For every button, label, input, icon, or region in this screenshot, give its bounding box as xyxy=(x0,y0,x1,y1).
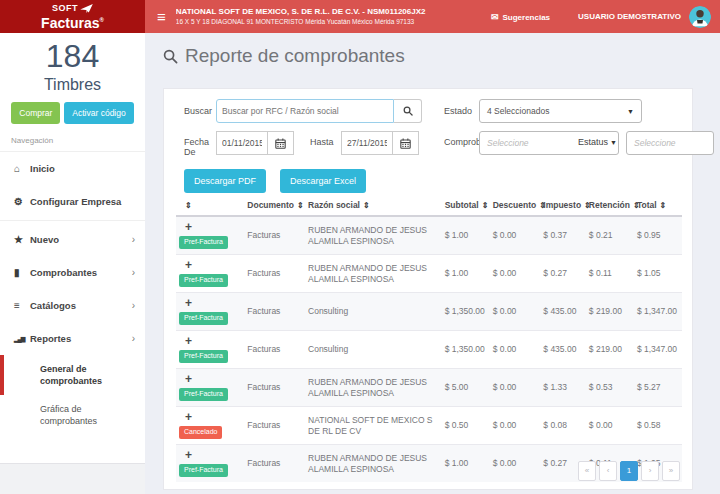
status-cell: +Pref-Factura xyxy=(176,293,244,331)
status-badge: Pref-Factura xyxy=(179,312,228,325)
suggestions-link[interactable]: ✉Sugerencias xyxy=(491,12,550,22)
chevron-right-icon: › xyxy=(132,333,135,344)
search-input[interactable] xyxy=(216,99,394,123)
calendar-icon xyxy=(400,138,411,149)
impuesto-cell: $ 0.37 xyxy=(540,216,586,255)
documento-cell: Facturas xyxy=(244,445,305,483)
razon-social-cell: RUBEN ARMANDO DE JESUS ALAMILLA ESPINOSA xyxy=(305,445,442,483)
sidebar-subitem-grafica-de-comprobantes[interactable]: Gráfica de comprobantes xyxy=(0,395,145,435)
expand-row-icon[interactable]: + xyxy=(185,260,192,271)
document-icon: ▮ xyxy=(14,267,30,278)
column-header-documento[interactable]: Documento⇕ xyxy=(244,197,305,216)
expand-row-icon[interactable]: + xyxy=(185,336,192,347)
expand-row-icon[interactable]: + xyxy=(185,450,192,461)
menu-toggle-icon[interactable]: ≡ xyxy=(157,10,166,24)
sidebar-item-comprobantes[interactable]: ▮Comprobantes› xyxy=(0,256,145,289)
table-row: +Pref-FacturaFacturasRUBEN ARMANDO DE JE… xyxy=(176,369,682,407)
expand-row-icon[interactable]: + xyxy=(185,298,192,309)
sidebar: 184 Timbres Comprar Activar código Naveg… xyxy=(0,33,145,463)
page-first[interactable]: « xyxy=(578,461,596,481)
column-header-razon-social[interactable]: Razón social⇕ xyxy=(305,197,442,216)
sidebar-item-label: Comprobantes xyxy=(30,267,97,278)
table-row: +Pref-FacturaFacturasConsulting$ 1,350.0… xyxy=(176,293,682,331)
buy-button[interactable]: Comprar xyxy=(11,102,60,124)
sidebar-subitem-general-de-comprobantes[interactable]: General de comprobantes xyxy=(0,355,145,395)
expand-row-icon[interactable]: + xyxy=(185,222,192,233)
status-cell: +Pref-Factura xyxy=(176,331,244,369)
retencion-cell: $ 0.21 xyxy=(586,216,634,255)
credits-label: Timbres xyxy=(0,75,145,95)
sidebar-item-inicio[interactable]: ⌂Inicio xyxy=(0,152,145,185)
documento-cell: Facturas xyxy=(244,255,305,293)
estatus-label: Estatus▼ xyxy=(578,137,617,147)
avatar[interactable] xyxy=(689,6,711,28)
sidebar-item-label: Nuevo xyxy=(30,234,59,245)
page-prev[interactable]: ‹ xyxy=(599,461,617,481)
column-header-descuento[interactable]: Descuento⇕ xyxy=(490,197,541,216)
envelope-icon: ✉ xyxy=(491,12,499,22)
calendar-button-to[interactable] xyxy=(393,131,419,155)
total-cell: $ 1,347.00 xyxy=(634,331,682,369)
search-button[interactable] xyxy=(394,99,422,123)
table-row: +CanceladoFacturasNATIONAL SOFT DE MEXIC… xyxy=(176,407,682,445)
razon-social-cell: NATIONAL SOFT DE MEXICO S DE RL DE CV xyxy=(305,407,442,445)
column-header-impuesto[interactable]: Impuesto⇕ xyxy=(540,197,586,216)
status-cell: +Pref-Factura xyxy=(176,216,244,255)
bar-chart-icon: ▂▄▆ xyxy=(14,335,30,342)
sidebar-item-label: Configurar Empresa xyxy=(30,196,121,207)
descuento-cell: $ 0.00 xyxy=(490,216,541,255)
sidebar-item-label: Reportes xyxy=(30,333,71,344)
descuento-cell: $ 0.00 xyxy=(490,407,541,445)
user-menu[interactable]: USUARIO DEMOSTRATIVO xyxy=(578,12,681,21)
estado-label: Estado xyxy=(444,106,472,116)
razon-social-cell: Consulting xyxy=(305,331,442,369)
column-header-subtotal[interactable]: Subtotal⇕ xyxy=(442,197,490,216)
subtotal-cell: $ 1,350.00 xyxy=(442,331,490,369)
calendar-button-from[interactable] xyxy=(268,131,294,155)
status-badge: Pref-Factura xyxy=(179,236,228,249)
download-pdf-button[interactable]: Descargar PDF xyxy=(184,169,266,193)
column-header-expand[interactable]: ⇕ xyxy=(176,197,244,216)
subtotal-cell: $ 5.00 xyxy=(442,369,490,407)
chevron-right-icon: › xyxy=(132,234,135,245)
total-cell: $ 5.27 xyxy=(634,369,682,407)
estado-select[interactable]: 4 Seleccionados▼ xyxy=(479,99,642,123)
table-row: +Pref-FacturaFacturasRUBEN ARMANDO DE JE… xyxy=(176,216,682,255)
sidebar-item-configurar-empresa[interactable]: ⚙Configurar Empresa xyxy=(0,185,145,218)
razon-social-cell: RUBEN ARMANDO DE JESUS ALAMILLA ESPINOSA xyxy=(305,255,442,293)
razon-social-cell: RUBEN ARMANDO DE JESUS ALAMILLA ESPINOSA xyxy=(305,216,442,255)
expand-row-icon[interactable]: + xyxy=(185,412,192,423)
hasta-input[interactable] xyxy=(341,131,393,155)
chevron-right-icon: › xyxy=(132,267,135,278)
page-1[interactable]: 1 xyxy=(620,461,638,481)
documento-cell: Facturas xyxy=(244,331,305,369)
status-badge: Pref-Factura xyxy=(179,350,228,363)
expand-row-icon[interactable]: + xyxy=(185,374,192,385)
sidebar-item-nuevo[interactable]: ★Nuevo› xyxy=(0,223,145,256)
fecha-de-input[interactable] xyxy=(216,131,268,155)
razon-social-cell: RUBEN ARMANDO DE JESUS ALAMILLA ESPINOSA xyxy=(305,369,442,407)
page-last[interactable]: » xyxy=(662,461,680,481)
subtotal-cell: $ 1.00 xyxy=(442,255,490,293)
descuento-cell: $ 0.00 xyxy=(490,369,541,407)
column-header-total[interactable]: Total⇕ xyxy=(634,197,682,216)
column-header-label: Impuesto xyxy=(543,200,581,210)
retencion-cell: $ 0.11 xyxy=(586,255,634,293)
subtotal-cell: $ 1.00 xyxy=(442,445,490,483)
paper-plane-icon xyxy=(80,4,93,13)
column-header-retencion[interactable]: Retención⇕ xyxy=(586,197,634,216)
estatus-select[interactable]: Seleccione xyxy=(626,131,714,155)
download-excel-button[interactable]: Descargar Excel xyxy=(280,169,366,193)
app-logo[interactable]: SOFT Facturas® xyxy=(0,0,145,33)
sidebar-item-catalogos[interactable]: ≡Catálogos› xyxy=(0,289,145,322)
sort-icon: ⇕ xyxy=(297,201,304,210)
impuesto-cell: $ 435.00 xyxy=(540,293,586,331)
app-window: SOFT Facturas® ≡ NATIONAL SOFT DE MEXICO… xyxy=(0,0,720,494)
sidebar-item-reportes[interactable]: ▂▄▆Reportes› xyxy=(0,322,145,355)
total-cell: $ 0.58 xyxy=(634,407,682,445)
activate-code-button[interactable]: Activar código xyxy=(64,102,133,124)
comprobante-label: Comprobante xyxy=(444,137,480,147)
divider xyxy=(0,220,145,221)
page-next[interactable]: › xyxy=(641,461,659,481)
sort-icon: ⇕ xyxy=(660,201,667,210)
